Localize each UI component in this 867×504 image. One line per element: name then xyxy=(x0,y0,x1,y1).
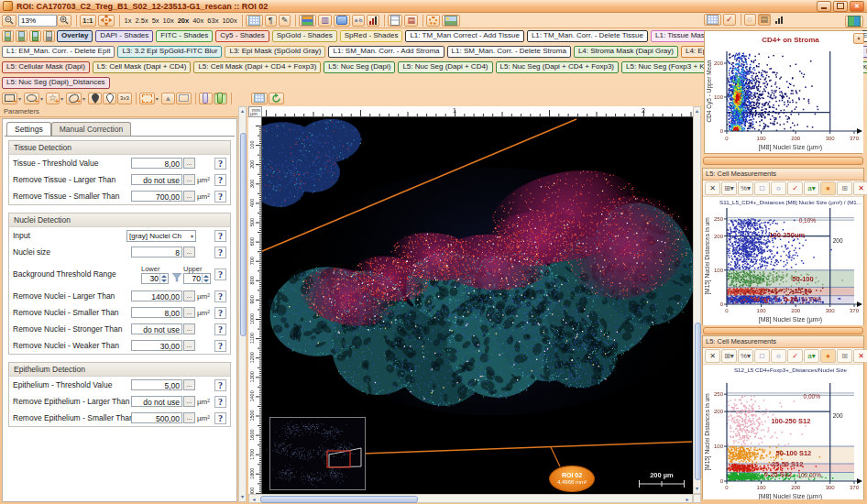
zoom-preset[interactable]: 100x xyxy=(222,16,236,25)
view-tab[interactable]: Overlay xyxy=(57,30,93,43)
histogram-button[interactable] xyxy=(367,15,379,27)
scissors-icon[interactable]: ✕ xyxy=(705,181,720,195)
view-tab[interactable]: L1: EM_Man. Corr. - Delete Epit xyxy=(2,46,115,59)
help-button[interactable]: ? xyxy=(214,230,226,242)
rect-roi-dropdown[interactable]: ▾ xyxy=(18,95,21,102)
freehand-roi-tool[interactable]: + xyxy=(66,93,82,104)
select-rect-tool[interactable] xyxy=(176,93,192,104)
display-swap-button[interactable] xyxy=(29,30,41,42)
view-tab[interactable]: L5: Nuc Seg (Dapi)_Distances xyxy=(2,77,110,90)
view-tab[interactable]: L5: Cellular Mask (Dapi) xyxy=(2,61,90,74)
roi-view-button[interactable] xyxy=(334,15,350,27)
stamp-roi-tool[interactable] xyxy=(139,93,155,104)
panel-divider[interactable] xyxy=(703,327,863,334)
view-tab[interactable]: L5: Cell Mask (Dapi + CD4 + Foxp3) xyxy=(193,61,321,74)
browse-button[interactable]: ... xyxy=(183,412,195,423)
pixel-view-button[interactable] xyxy=(704,14,721,26)
measure-button[interactable]: a·b xyxy=(352,15,366,27)
s11-distances-scatter-plot[interactable] xyxy=(703,197,863,325)
view-tab[interactable]: SpGold - Shades xyxy=(272,30,337,43)
close-button[interactable]: ✕ xyxy=(850,1,864,12)
zoom-preset[interactable]: 10x xyxy=(163,16,174,25)
browse-button[interactable]: ... xyxy=(183,247,195,257)
tab-manual-correction[interactable]: Manual Correction xyxy=(51,122,131,136)
parameters-scrollbar[interactable]: ▴ ▾ xyxy=(238,106,247,502)
parameter-value-input[interactable]: do not use xyxy=(131,323,182,334)
percent-icon[interactable]: %▾ xyxy=(738,181,753,195)
zoom-out-button[interactable] xyxy=(2,15,16,27)
parameter-value-input[interactable]: 8 xyxy=(131,247,182,257)
refresh-view-button[interactable] xyxy=(269,93,284,104)
view-tab[interactable]: L1: SM_Man. Corr. - Delete Stroma xyxy=(447,46,571,59)
rect-roi-tool[interactable]: + xyxy=(2,93,17,104)
confirm-gate-icon[interactable]: ✓ xyxy=(787,181,803,195)
roi-badge[interactable]: ROI 02 4,4966 mm² xyxy=(549,466,595,492)
close-chart-icon[interactable]: ✕ xyxy=(853,181,867,195)
browse-button[interactable]: ... xyxy=(183,340,195,351)
marker-pin-outline-tool[interactable] xyxy=(103,93,116,104)
marker-pin-tool[interactable] xyxy=(88,93,102,104)
zoom-preset[interactable]: 40x xyxy=(192,16,203,25)
s12-distances-scatter-plot[interactable] xyxy=(703,365,863,499)
zoom-preset[interactable]: 5x xyxy=(152,16,159,25)
stamp-roi-dropdown[interactable]: ▾ xyxy=(156,95,159,102)
browse-button[interactable]: ... xyxy=(183,191,195,202)
table-select-icon[interactable]: ⊞▾ xyxy=(721,349,737,363)
image-vscrollbar[interactable]: ▴ ▾ xyxy=(693,106,701,494)
view-tab[interactable]: L1: TM_Man Correct - Add Tissue xyxy=(405,30,523,43)
grayscale-button[interactable] xyxy=(43,30,55,42)
browse-button[interactable]: ... xyxy=(183,158,195,169)
table-view-icon[interactable]: ⊞ xyxy=(837,349,852,363)
confirm-gate-icon[interactable]: ✓ xyxy=(787,349,803,363)
scissors-icon[interactable]: ✕ xyxy=(705,349,720,363)
ellipse-roi-dropdown[interactable]: ▾ xyxy=(40,95,43,102)
ellipse-roi-tool[interactable]: + xyxy=(24,93,39,104)
polygon-roi-tool[interactable]: ☆+ xyxy=(46,93,60,104)
help-button[interactable]: ? xyxy=(214,191,226,203)
browse-button[interactable]: ... xyxy=(183,396,195,407)
browse-button[interactable]: ... xyxy=(183,290,195,301)
view-tab[interactable]: L5: Nuc Seg (Dapi) xyxy=(324,61,395,74)
tissue-image-canvas[interactable] xyxy=(262,117,693,494)
tab-settings[interactable]: Settings xyxy=(6,122,51,136)
view-tab[interactable]: SpRed - Shades xyxy=(340,30,403,43)
zoom-preset[interactable]: 2.5x xyxy=(135,16,148,25)
restore-button[interactable] xyxy=(833,1,848,12)
help-button[interactable]: ? xyxy=(214,174,226,186)
image-viewport[interactable] xyxy=(262,117,693,494)
dot-display-icon[interactable]: ● xyxy=(820,349,836,363)
view-tab[interactable]: FITC - Shades xyxy=(156,30,213,43)
freehand-roi-dropdown[interactable]: ▾ xyxy=(82,95,85,102)
pixel-grid-button[interactable] xyxy=(246,15,263,27)
percent-icon[interactable]: %▾ xyxy=(738,349,753,363)
zoom-preset[interactable]: 1x xyxy=(125,16,132,25)
pan-button[interactable] xyxy=(98,15,115,27)
help-button[interactable]: ? xyxy=(214,379,226,391)
view-tab[interactable]: L3: 3.2 Epi SpGold-FITC Blur xyxy=(117,46,222,59)
grid-3x3-tool[interactable]: 3x3 xyxy=(117,93,132,104)
dot-display-icon[interactable]: ● xyxy=(820,181,836,195)
rect-gate-icon[interactable]: □ xyxy=(754,349,770,363)
text-annotation-button[interactable]: ¶ xyxy=(265,15,277,27)
input-channel-select[interactable]: [gray] Nuclei Ch ▾ xyxy=(126,230,196,242)
zoom-preset[interactable]: 20x xyxy=(178,16,190,25)
view-tab[interactable]: DAPI - Shades xyxy=(95,30,153,43)
lower-threshold-spinner[interactable]: 30 xyxy=(141,273,169,284)
help-button[interactable]: ? xyxy=(214,307,226,319)
parameter-value-input[interactable]: do not use xyxy=(131,396,182,407)
help-button[interactable]: ? xyxy=(214,268,226,280)
image-hscrollbar[interactable]: ◂ ▸ xyxy=(248,494,693,503)
help-button[interactable]: ? xyxy=(214,323,226,335)
view-tab[interactable]: L1: TM_Man. Corr. - Delete Tissue xyxy=(527,30,648,43)
zoom-in-button[interactable] xyxy=(57,15,71,27)
book-view-button[interactable]: ▤ xyxy=(758,14,772,26)
parameter-value-input[interactable]: 700,00 xyxy=(131,191,182,202)
polygon-roi-dropdown[interactable]: ▾ xyxy=(60,95,63,102)
view-tab[interactable]: L3: Epi Mask (SpGold Gray) xyxy=(225,46,325,59)
parameter-value-input[interactable]: 5,00 xyxy=(131,379,182,390)
close-chart-icon[interactable]: ✕ xyxy=(853,349,867,363)
view-tab[interactable]: L1: SM_Man. Corr. - Add Stroma xyxy=(328,46,444,59)
browse-button[interactable]: ... xyxy=(183,174,195,185)
browse-button[interactable]: ... xyxy=(183,379,195,390)
view-tab[interactable]: L5: Cell Mask (Dapi + CD4) xyxy=(93,61,192,74)
